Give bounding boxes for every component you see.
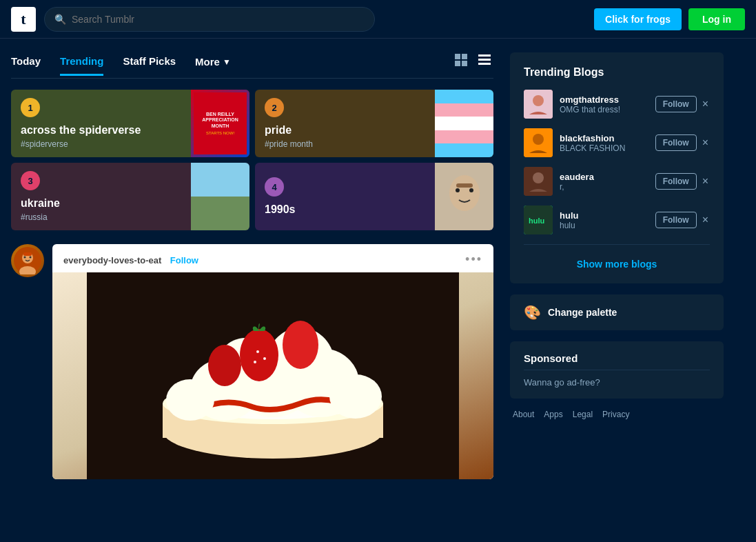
nineties-portrait	[435, 163, 493, 230]
show-more-blogs-button[interactable]: Show more blogs	[524, 253, 710, 270]
svg-point-8	[456, 188, 460, 192]
svg-rect-2	[455, 61, 460, 66]
dismiss-button-blackfashion[interactable]: ×	[701, 137, 710, 149]
svg-point-14	[24, 257, 26, 259]
trending-grid: 1 across the spiderverse #spiderverse BE…	[11, 90, 493, 230]
blog-desc-omgthatdress: OMG that dress!	[560, 105, 648, 114]
trend-image-1: BEN REILLY APPRECIATION MONTH STARTS NOW…	[191, 90, 249, 157]
trend-image-2	[435, 90, 493, 157]
svg-rect-5	[478, 59, 491, 61]
svg-point-9	[469, 188, 473, 192]
palette-label: Change palette	[548, 307, 617, 318]
blog-name-eaudera: eaudera	[560, 172, 648, 182]
blog-avatar-eaudera[interactable]	[524, 167, 553, 196]
footer-link-legal[interactable]: Legal	[573, 410, 593, 419]
trend-image-3	[191, 163, 249, 230]
blog-desc-blackfashion: BLACK FASHION	[560, 143, 648, 153]
dismiss-button-eaudera[interactable]: ×	[701, 175, 710, 188]
svg-point-38	[533, 134, 544, 145]
blog-actions-hulu: Follow ×	[655, 212, 710, 228]
trend-rank-2: 2	[265, 98, 284, 117]
blog-desc-eaudera: r,	[560, 182, 648, 192]
trend-title-2: pride	[265, 124, 425, 137]
blog-name-blackfashion: blackfashion	[560, 133, 648, 143]
post-avatar[interactable]	[11, 244, 44, 277]
tabs-nav: Today Trending Staff Picks More ▼	[11, 52, 493, 79]
trend-card-4[interactable]: 4 1990s	[255, 163, 493, 230]
change-palette-section[interactable]: 🎨 Change palette	[510, 294, 724, 330]
follow-button-hulu[interactable]: Follow	[655, 212, 697, 228]
blog-name-hulu: hulu	[560, 210, 648, 221]
trend-card-2[interactable]: 2 pride #pride month	[255, 90, 493, 157]
sidebar: Trending Blogs omgthatdress OMG that dre…	[510, 52, 724, 479]
svg-point-29	[208, 345, 241, 386]
footer-link-apps[interactable]: Apps	[544, 410, 562, 419]
svg-point-28	[283, 321, 318, 369]
follow-button-blackfashion[interactable]: Follow	[655, 134, 697, 151]
main-layout: Today Trending Staff Picks More ▼	[0, 39, 756, 479]
trend-title-3: ukraine	[21, 197, 181, 210]
click-for-frogs-button[interactable]: Click for frogs	[594, 8, 682, 30]
blog-name-omgthatdress: omgthatdress	[560, 94, 648, 105]
view-toggles	[452, 52, 493, 78]
post-area: everybody-loves-to-eat Follow •••	[11, 244, 493, 479]
svg-point-34	[329, 374, 382, 419]
svg-rect-1	[462, 54, 467, 59]
svg-rect-16	[23, 252, 32, 256]
search-input[interactable]	[72, 14, 365, 25]
follow-button-eaudera[interactable]: Follow	[655, 173, 697, 190]
svg-point-15	[30, 257, 32, 259]
sponsored-section: Sponsored Wanna go ad-free?	[510, 341, 724, 399]
trending-blogs-card: Trending Blogs omgthatdress OMG that dre…	[510, 52, 724, 283]
svg-point-7	[449, 175, 480, 211]
pride-flag	[435, 90, 493, 157]
blog-item-omgthatdress: omgthatdress OMG that dress! Follow ×	[524, 90, 710, 119]
follow-button-omgthatdress[interactable]: Follow	[655, 96, 697, 112]
trend-rank-3: 3	[21, 171, 40, 190]
blog-info-blackfashion: blackfashion BLACK FASHION	[560, 133, 648, 153]
svg-text:hulu: hulu	[529, 217, 544, 225]
svg-rect-6	[478, 63, 491, 65]
trend-subtitle-3: #russia	[21, 212, 181, 222]
grid-view-button[interactable]	[452, 52, 470, 71]
header-right: Click for frogs Log in	[594, 8, 745, 30]
trend-card-1[interactable]: 1 across the spiderverse #spiderverse BE…	[11, 90, 249, 157]
spidervese-artwork: BEN REILLY APPRECIATION MONTH STARTS NOW…	[191, 90, 249, 157]
svg-rect-10	[456, 183, 473, 188]
blog-avatar-blackfashion[interactable]	[524, 128, 553, 157]
post-menu-button[interactable]: •••	[465, 252, 482, 267]
tab-today[interactable]: Today	[11, 55, 41, 76]
login-button[interactable]: Log in	[688, 8, 745, 30]
avatar-illustration	[11, 244, 44, 277]
list-view-button[interactable]	[476, 52, 493, 71]
blog-actions-eaudera: Follow ×	[655, 173, 710, 190]
blog-info-omgthatdress: omgthatdress OMG that dress!	[560, 94, 648, 114]
search-bar: 🔍	[44, 7, 375, 32]
post-username[interactable]: everybody-loves-to-eat	[63, 255, 161, 265]
svg-point-27	[240, 329, 278, 381]
blog-actions-blackfashion: Follow ×	[655, 134, 710, 151]
trend-info-2: 2 pride #pride month	[255, 90, 435, 157]
tumblr-logo[interactable]: t	[11, 7, 36, 32]
post-follow-button[interactable]: Follow	[170, 255, 198, 265]
trend-info-3: 3 ukraine #russia	[11, 163, 191, 230]
blog-item-eaudera: eaudera r, Follow ×	[524, 167, 710, 196]
footer-link-about[interactable]: About	[513, 410, 534, 419]
eaudera-avatar-img	[524, 167, 553, 196]
blog-avatar-hulu[interactable]: hulu	[524, 205, 553, 234]
tab-more[interactable]: More ▼	[195, 56, 231, 74]
svg-point-31	[263, 357, 266, 360]
omgthatdress-avatar-img	[524, 90, 553, 119]
trend-subtitle-2: #pride month	[265, 139, 425, 149]
svg-rect-4	[478, 54, 491, 57]
header: t 🔍 Click for frogs Log in	[0, 0, 756, 39]
dismiss-button-omgthatdress[interactable]: ×	[701, 98, 710, 110]
tab-staff-picks[interactable]: Staff Picks	[123, 55, 176, 76]
blackfashion-avatar-img	[524, 128, 553, 157]
post-header: everybody-loves-to-eat Follow •••	[52, 244, 493, 272]
blog-avatar-omgthatdress[interactable]	[524, 90, 553, 119]
dismiss-button-hulu[interactable]: ×	[701, 214, 710, 226]
tab-trending[interactable]: Trending	[60, 55, 103, 76]
footer-link-privacy[interactable]: Privacy	[602, 410, 629, 419]
trend-card-3[interactable]: 3 ukraine #russia	[11, 163, 249, 230]
